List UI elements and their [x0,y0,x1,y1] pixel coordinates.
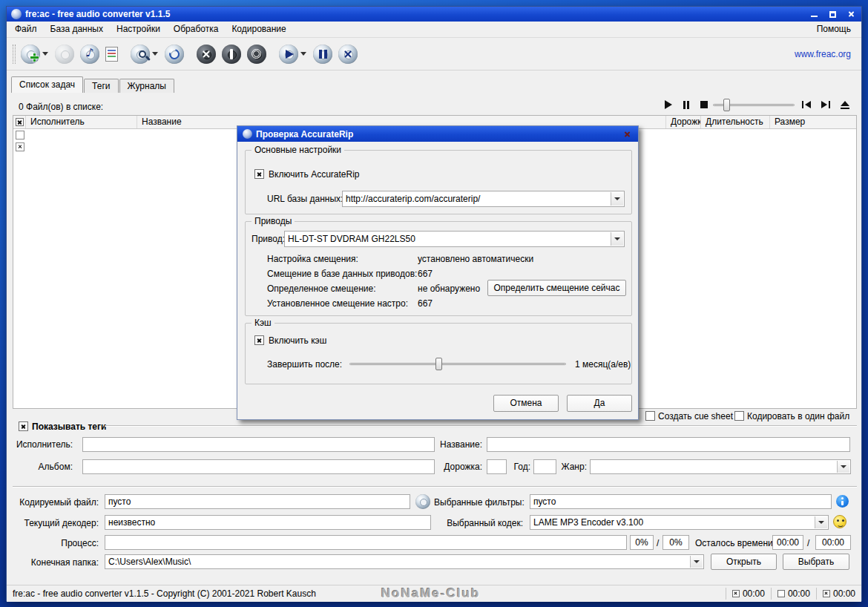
column-size[interactable]: Размер [770,116,856,128]
tab-bar: Список задач Теги Журналы [11,76,175,93]
track-input[interactable] [487,459,507,474]
drive-combo[interactable]: HL-DT-ST DVDRAM GH22LS50 [284,231,625,247]
joblist-file-button[interactable] [105,47,118,62]
select-folder-button[interactable]: Выбрать [783,554,849,570]
settings-button[interactable] [247,45,266,64]
dialog-ok-button[interactable]: Да [567,395,632,412]
magnifier-icon [139,50,146,58]
cache-expire-label: Завершить после: [267,357,342,372]
seek-slider[interactable] [713,99,795,111]
add-files-button[interactable] [21,45,40,64]
selected-filters-label: Выбранные фильтры: [434,495,523,510]
menu-help[interactable]: Помощь [810,22,860,37]
dialog-title: Проверка AccurateRip [256,129,621,140]
column-artist[interactable]: Исполнитель [26,116,137,128]
accuraterip-dialog: Проверка AccurateRip Основные настройки … [237,125,639,420]
db-offset-value: 667 [418,266,433,281]
close-button[interactable] [845,9,857,19]
single-file-checkbox[interactable] [734,411,744,421]
dialog-close-button[interactable] [621,129,633,140]
tab-joblist[interactable]: Список задач [11,76,83,93]
enable-cache-checkbox[interactable] [254,335,264,345]
genre-combo-arrow[interactable] [837,461,849,473]
preview-stop-button[interactable] [697,99,711,111]
codec-config-smiley-icon[interactable] [833,515,846,528]
detected-offset-label: Определенное смещение: [267,281,375,296]
single-file-label: Кодировать в один файл [747,409,849,424]
output-folder-combo[interactable]: C:\Users\Alex\Music\ [105,554,704,569]
seek-slider-thumb[interactable] [723,99,730,111]
menu-file[interactable]: Файл [8,22,44,37]
database-url-combo[interactable]: http://accuraterip.com/accuraterip/ [342,191,625,207]
encoder-separator [13,486,857,488]
start-encoding-button[interactable] [279,45,298,64]
tab-logs[interactable]: Журналы [119,79,174,93]
album-label: Альбом: [13,459,73,474]
cddb-query-button[interactable] [131,45,150,64]
preview-play-button[interactable] [661,99,676,111]
configured-offset-label: Установленное смещение настро: [267,296,408,311]
remove-all-button[interactable] [197,45,216,64]
eject-button[interactable] [838,99,852,111]
codec-combo-arrow[interactable] [815,516,827,528]
dialog-cancel-button[interactable]: Отмена [493,395,559,412]
select-none-button[interactable] [16,131,24,140]
progress-label: Процесс: [13,536,99,551]
stop-encoding-button[interactable] [338,45,358,64]
enable-accuraterip-checkbox[interactable] [254,169,264,179]
drive-combo-arrow[interactable] [611,232,623,246]
menu-database[interactable]: База данных [44,22,110,37]
preview-pause-button[interactable] [679,99,694,111]
toggle-selection-button[interactable] [16,142,24,151]
detect-offset-button[interactable]: Определить смещение сейчас [487,280,626,296]
menu-processing[interactable]: Обработка [167,22,226,37]
cddb-query-menu-arrow[interactable] [152,52,158,56]
dialog-titlebar[interactable]: Проверка AccurateRip [237,126,638,142]
title-input[interactable] [487,437,850,452]
album-input[interactable] [82,459,435,474]
database-url-arrow[interactable] [611,192,623,206]
current-file-field: пусто [105,494,410,509]
artist-input[interactable] [82,437,435,452]
show-tags-checkbox[interactable] [19,421,28,431]
titlebar[interactable]: fre:ac - free audio converter v1.1.5 [7,7,861,22]
cache-expiry-slider[interactable] [349,358,566,370]
year-input[interactable] [533,459,556,474]
open-folder-button[interactable]: Открыть [711,554,777,570]
playlist-button[interactable]: ♪ [80,45,99,64]
column-track[interactable]: Дорожка [666,116,701,128]
freac-website-link[interactable]: www.freac.org [795,49,851,59]
track-progress-value: 0% [630,535,654,550]
column-select-all[interactable] [13,116,26,128]
minimize-button[interactable] [808,9,820,19]
cache-expiry-slider-thumb[interactable] [435,358,442,370]
previous-track-button[interactable] [799,99,814,111]
maximize-button[interactable] [826,9,838,19]
start-encoding-menu-arrow[interactable] [300,52,306,56]
next-track-button[interactable] [818,99,833,111]
pause-encoding-button[interactable] [313,45,332,64]
noname-club-watermark: NoNaMe-Club [381,586,480,601]
drive-label: Привод: [251,232,285,246]
add-files-menu-arrow[interactable] [42,52,48,56]
menu-settings[interactable]: Настройки [110,22,167,37]
cue-sheet-checkbox[interactable] [645,411,655,421]
filters-info-icon[interactable] [836,495,849,508]
output-folder-arrow[interactable] [690,556,703,568]
statusbar: fre:ac - free audio converter v1.1.5 - C… [7,585,861,602]
menu-encoding[interactable]: Кодирование [225,22,292,37]
tab-tags[interactable]: Теги [84,79,118,93]
db-offset-label: Смещение в базе данных приводов: [267,266,417,281]
column-length[interactable]: Длительность [701,116,770,128]
info-disc-button[interactable] [222,45,241,64]
statusbar-times: 00:00 00:00 00:00 [726,585,861,602]
toolbar-grip[interactable] [13,45,16,64]
codec-combo[interactable]: LAME MP3 Encoder v3.100 [530,515,829,530]
status-box-icon-2 [777,590,785,597]
genre-combo[interactable] [590,459,851,474]
current-file-disc-icon [415,494,430,509]
app-icon [11,9,22,19]
drives-group-title: Приводы [251,215,295,227]
menubar: Файл База данных Настройки Обработка Код… [7,22,861,38]
cddb-submit-button[interactable] [165,45,184,64]
